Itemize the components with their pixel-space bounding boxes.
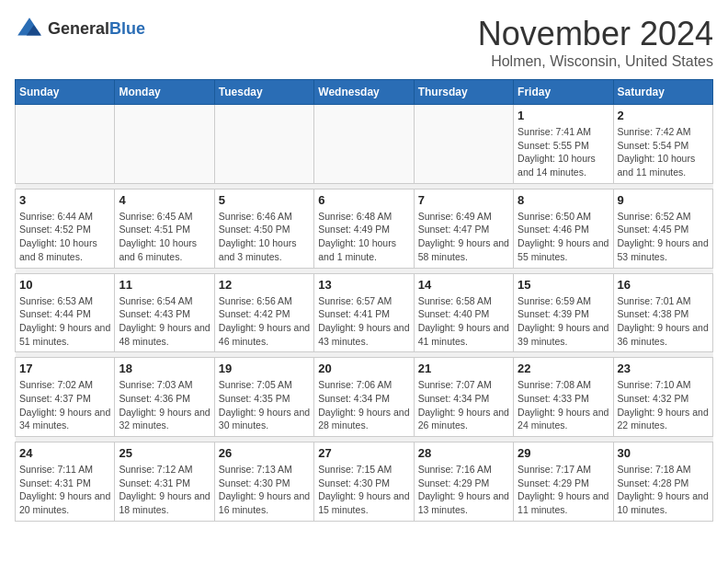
day-header-friday: Friday xyxy=(514,80,613,105)
calendar-cell: 13Sunrise: 6:57 AM Sunset: 4:41 PM Dayli… xyxy=(314,273,414,352)
day-number: 1 xyxy=(518,109,609,122)
day-number: 15 xyxy=(518,278,609,292)
logo-blue-text: Blue xyxy=(109,19,145,38)
calendar-cell: 26Sunrise: 7:13 AM Sunset: 4:30 PM Dayli… xyxy=(214,442,313,522)
title-area: November 2024 Holmen, Wisconsin, United … xyxy=(478,15,713,70)
day-number: 6 xyxy=(318,193,409,207)
day-info: Sunrise: 6:52 AM Sunset: 4:45 PM Dayligh… xyxy=(618,210,709,264)
day-info: Sunrise: 6:56 AM Sunset: 4:42 PM Dayligh… xyxy=(219,294,310,349)
day-info: Sunrise: 7:05 AM Sunset: 4:35 PM Dayligh… xyxy=(219,378,310,432)
day-number: 21 xyxy=(418,362,509,375)
day-number: 14 xyxy=(418,278,509,292)
day-info: Sunrise: 7:08 AM Sunset: 4:33 PM Dayligh… xyxy=(518,378,609,432)
calendar-cell: 28Sunrise: 7:16 AM Sunset: 4:29 PM Dayli… xyxy=(414,442,513,522)
calendar-cell: 16Sunrise: 7:01 AM Sunset: 4:38 PM Dayli… xyxy=(613,273,712,352)
calendar-cell: 1Sunrise: 7:41 AM Sunset: 5:55 PM Daylig… xyxy=(514,105,613,184)
day-number: 23 xyxy=(618,362,709,375)
calendar-cell: 5Sunrise: 6:46 AM Sunset: 4:50 PM Daylig… xyxy=(214,189,313,268)
calendar-cell: 9Sunrise: 6:52 AM Sunset: 4:45 PM Daylig… xyxy=(613,189,712,268)
day-info: Sunrise: 7:12 AM Sunset: 4:31 PM Dayligh… xyxy=(119,463,210,517)
day-number: 27 xyxy=(318,446,409,460)
day-number: 26 xyxy=(219,446,310,460)
day-number: 28 xyxy=(418,446,509,460)
day-number: 22 xyxy=(518,362,609,375)
day-header-tuesday: Tuesday xyxy=(214,80,313,105)
calendar-cell: 29Sunrise: 7:17 AM Sunset: 4:29 PM Dayli… xyxy=(514,442,613,522)
calendar-cell: 6Sunrise: 6:48 AM Sunset: 4:49 PM Daylig… xyxy=(314,189,414,268)
calendar-cell: 17Sunrise: 7:02 AM Sunset: 4:37 PM Dayli… xyxy=(16,358,115,437)
day-number: 7 xyxy=(418,193,509,207)
day-info: Sunrise: 6:48 AM Sunset: 4:49 PM Dayligh… xyxy=(318,210,409,264)
day-info: Sunrise: 7:42 AM Sunset: 5:54 PM Dayligh… xyxy=(618,125,709,179)
calendar-cell: 8Sunrise: 6:50 AM Sunset: 4:46 PM Daylig… xyxy=(514,189,613,268)
calendar-cell: 19Sunrise: 7:05 AM Sunset: 4:35 PM Dayli… xyxy=(214,358,313,437)
calendar-cell: 12Sunrise: 6:56 AM Sunset: 4:42 PM Dayli… xyxy=(214,273,313,352)
day-number: 30 xyxy=(618,446,709,460)
day-number: 8 xyxy=(518,193,609,207)
day-info: Sunrise: 6:49 AM Sunset: 4:47 PM Dayligh… xyxy=(418,210,509,264)
day-info: Sunrise: 7:13 AM Sunset: 4:30 PM Dayligh… xyxy=(219,463,310,517)
calendar-cell: 2Sunrise: 7:42 AM Sunset: 5:54 PM Daylig… xyxy=(613,105,712,184)
calendar-cell xyxy=(414,105,513,184)
calendar-cell: 15Sunrise: 6:59 AM Sunset: 4:39 PM Dayli… xyxy=(514,273,613,352)
day-number: 13 xyxy=(318,278,409,292)
calendar-cell: 14Sunrise: 6:58 AM Sunset: 4:40 PM Dayli… xyxy=(414,273,513,352)
calendar-cell: 30Sunrise: 7:18 AM Sunset: 4:28 PM Dayli… xyxy=(613,442,712,522)
day-number: 9 xyxy=(618,193,709,207)
day-number: 18 xyxy=(119,362,210,375)
day-number: 3 xyxy=(19,193,110,207)
calendar-cell xyxy=(115,105,214,184)
day-info: Sunrise: 7:16 AM Sunset: 4:29 PM Dayligh… xyxy=(418,463,509,517)
day-info: Sunrise: 7:01 AM Sunset: 4:38 PM Dayligh… xyxy=(618,294,709,349)
day-number: 12 xyxy=(219,278,310,292)
calendar-cell: 20Sunrise: 7:06 AM Sunset: 4:34 PM Dayli… xyxy=(314,358,414,437)
calendar-cell: 11Sunrise: 6:54 AM Sunset: 4:43 PM Dayli… xyxy=(115,273,214,352)
calendar-week-4: 17Sunrise: 7:02 AM Sunset: 4:37 PM Dayli… xyxy=(16,358,713,437)
calendar-week-5: 24Sunrise: 7:11 AM Sunset: 4:31 PM Dayli… xyxy=(16,442,713,522)
logo-text: GeneralBlue xyxy=(48,20,145,39)
month-title: November 2024 xyxy=(478,15,713,53)
day-number: 10 xyxy=(19,278,110,292)
calendar-cell: 24Sunrise: 7:11 AM Sunset: 4:31 PM Dayli… xyxy=(16,442,115,522)
day-info: Sunrise: 6:44 AM Sunset: 4:52 PM Dayligh… xyxy=(19,210,110,264)
calendar-cell xyxy=(16,105,115,184)
day-header-saturday: Saturday xyxy=(613,80,712,105)
day-number: 5 xyxy=(219,193,310,207)
day-header-sunday: Sunday xyxy=(16,80,115,105)
day-info: Sunrise: 6:45 AM Sunset: 4:51 PM Dayligh… xyxy=(119,210,210,264)
day-info: Sunrise: 6:46 AM Sunset: 4:50 PM Dayligh… xyxy=(219,210,310,264)
day-info: Sunrise: 7:10 AM Sunset: 4:32 PM Dayligh… xyxy=(618,378,709,432)
calendar-week-1: 1Sunrise: 7:41 AM Sunset: 5:55 PM Daylig… xyxy=(16,105,713,184)
day-header-wednesday: Wednesday xyxy=(314,80,414,105)
day-info: Sunrise: 7:18 AM Sunset: 4:28 PM Dayligh… xyxy=(618,463,709,517)
day-number: 11 xyxy=(119,278,210,292)
page-header: GeneralBlue November 2024 Holmen, Wiscon… xyxy=(15,15,713,70)
day-info: Sunrise: 6:53 AM Sunset: 4:44 PM Dayligh… xyxy=(19,294,110,349)
day-info: Sunrise: 6:57 AM Sunset: 4:41 PM Dayligh… xyxy=(318,294,409,349)
calendar-week-2: 3Sunrise: 6:44 AM Sunset: 4:52 PM Daylig… xyxy=(16,189,713,268)
calendar-cell: 3Sunrise: 6:44 AM Sunset: 4:52 PM Daylig… xyxy=(16,189,115,268)
day-number: 20 xyxy=(318,362,409,375)
day-number: 24 xyxy=(19,446,110,460)
calendar-cell: 10Sunrise: 6:53 AM Sunset: 4:44 PM Dayli… xyxy=(16,273,115,352)
calendar-cell: 27Sunrise: 7:15 AM Sunset: 4:30 PM Dayli… xyxy=(314,442,414,522)
day-info: Sunrise: 6:59 AM Sunset: 4:39 PM Dayligh… xyxy=(518,294,609,349)
day-number: 16 xyxy=(618,278,709,292)
day-header-thursday: Thursday xyxy=(414,80,513,105)
location-title: Holmen, Wisconsin, United States xyxy=(478,53,713,70)
calendar-cell: 7Sunrise: 6:49 AM Sunset: 4:47 PM Daylig… xyxy=(414,189,513,268)
day-info: Sunrise: 7:03 AM Sunset: 4:36 PM Dayligh… xyxy=(119,378,210,432)
day-number: 4 xyxy=(119,193,210,207)
day-info: Sunrise: 7:41 AM Sunset: 5:55 PM Dayligh… xyxy=(518,125,609,179)
day-header-monday: Monday xyxy=(115,80,214,105)
calendar-table: SundayMondayTuesdayWednesdayThursdayFrid… xyxy=(15,79,713,522)
day-number: 2 xyxy=(618,109,709,122)
day-info: Sunrise: 7:06 AM Sunset: 4:34 PM Dayligh… xyxy=(318,378,409,432)
calendar-cell xyxy=(214,105,313,184)
calendar-cell: 4Sunrise: 6:45 AM Sunset: 4:51 PM Daylig… xyxy=(115,189,214,268)
day-number: 25 xyxy=(119,446,210,460)
day-info: Sunrise: 6:54 AM Sunset: 4:43 PM Dayligh… xyxy=(119,294,210,349)
day-info: Sunrise: 7:11 AM Sunset: 4:31 PM Dayligh… xyxy=(19,463,110,517)
calendar-week-3: 10Sunrise: 6:53 AM Sunset: 4:44 PM Dayli… xyxy=(16,273,713,352)
logo-icon xyxy=(15,15,44,44)
